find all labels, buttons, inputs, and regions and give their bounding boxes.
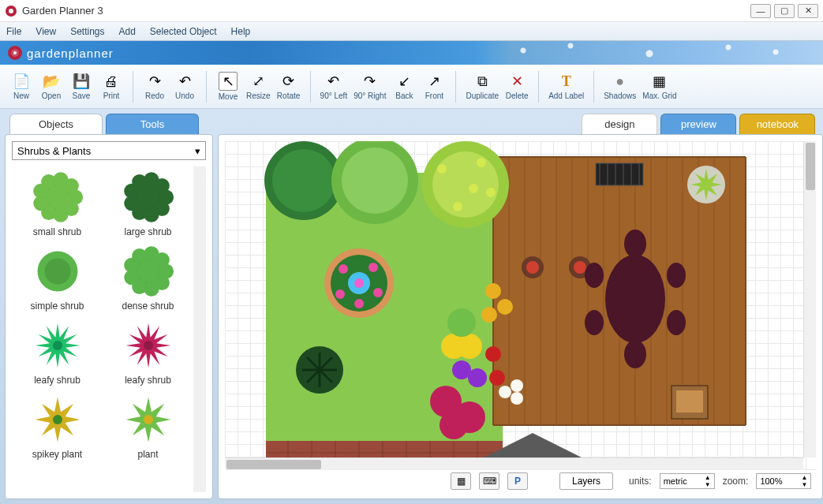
zoom-select[interactable]: 100%▲▼ — [756, 473, 811, 489]
toolbar-label: Duplicate — [466, 91, 499, 100]
tab-preview[interactable]: preview — [660, 114, 736, 134]
open-button[interactable]: 📂Open — [36, 68, 66, 106]
svg-point-115 — [440, 411, 468, 439]
object-leafy-shrub[interactable]: leafy shrub — [12, 315, 103, 389]
canvas-scrollbar-vertical[interactable] — [803, 141, 816, 457]
svg-point-38 — [137, 259, 160, 283]
layers-button[interactable]: Layers — [559, 472, 613, 490]
duplicate-button[interactable]: ⧉Duplicate — [462, 68, 502, 106]
units-select[interactable]: metric▲▼ — [660, 473, 715, 489]
svg-point-97 — [354, 299, 364, 308]
move-icon: ↖ — [219, 72, 238, 91]
resize-button[interactable]: ⤢Resize — [243, 68, 274, 106]
svg-point-118 — [511, 379, 523, 392]
toolbar-label: Delete — [506, 91, 529, 100]
90-left-button[interactable]: ↶90° Left — [317, 68, 351, 106]
maximize-button[interactable]: ▢ — [774, 4, 795, 18]
minimize-button[interactable]: — — [750, 4, 771, 18]
new-button[interactable]: 📄New — [6, 68, 36, 106]
addlabel-icon: T — [558, 73, 575, 90]
svg-point-25 — [137, 185, 160, 209]
properties-button[interactable]: P — [507, 472, 528, 490]
menu-view[interactable]: View — [36, 26, 56, 37]
svg-point-120 — [511, 392, 523, 405]
tab-objects[interactable]: Objects — [9, 114, 103, 134]
delete-button[interactable]: ✕Delete — [502, 68, 532, 106]
window-title: Garden Planner 3 — [22, 5, 750, 17]
svg-point-83 — [342, 147, 408, 214]
zoom-label: zoom: — [723, 476, 749, 487]
toolbar-label: Add Label — [548, 91, 584, 100]
svg-point-99 — [354, 278, 364, 288]
grid-toggle-button[interactable]: ▦ — [451, 472, 471, 490]
plant-icon — [121, 170, 176, 225]
chevron-down-icon: ▲▼ — [705, 474, 711, 488]
titlebar: Garden Planner 3 — ▢ ✕ — [0, 0, 823, 22]
tab-design[interactable]: design — [582, 114, 657, 134]
undo-icon: ↶ — [176, 73, 193, 90]
duplicate-icon: ⧉ — [473, 73, 491, 90]
move-button[interactable]: ↖Move — [213, 68, 243, 106]
toolbar-label: 90° Left — [320, 91, 348, 100]
category-select[interactable]: Shrubs & Plants ▾ — [12, 141, 206, 160]
chevron-down-icon: ▲▼ — [801, 474, 807, 488]
print-button[interactable]: 🖨Print — [96, 68, 126, 106]
object-label: large shrub — [124, 226, 171, 237]
svg-point-85 — [432, 151, 499, 218]
object-simple-shrub[interactable]: simple shrub — [12, 241, 103, 315]
svg-point-132 — [574, 261, 586, 274]
menu-help[interactable]: Help — [231, 26, 251, 37]
svg-point-44 — [53, 415, 62, 424]
object-plant[interactable]: plant — [103, 389, 193, 463]
add-label-button[interactable]: TAdd Label — [545, 68, 587, 106]
save-button[interactable]: 💾Save — [66, 68, 96, 106]
rotate-icon: ⟳ — [280, 73, 297, 90]
object-small-shrub[interactable]: small shrub — [12, 166, 103, 241]
rotright-icon: ↷ — [361, 73, 379, 90]
canvas-scrollbar-horizontal[interactable] — [225, 457, 803, 470]
90-right-button[interactable]: ↷90° Right — [350, 68, 389, 106]
back-button[interactable]: ↙Back — [389, 68, 419, 106]
plant-icon — [121, 244, 176, 299]
tab-notebook[interactable]: notebook — [739, 114, 815, 134]
svg-point-89 — [453, 202, 462, 211]
object-large-shrub[interactable]: large shrub — [103, 166, 193, 241]
brand-header: gardenplanner — [0, 41, 823, 65]
redo-button[interactable]: ↷Redo — [140, 68, 170, 106]
svg-point-95 — [373, 288, 383, 297]
menu-settings[interactable]: Settings — [70, 26, 104, 37]
tab-tools[interactable]: Tools — [106, 114, 199, 134]
svg-point-106 — [457, 334, 482, 359]
max-grid-button[interactable]: ▦Max. Grid — [639, 68, 679, 106]
close-button[interactable]: ✕ — [798, 4, 818, 18]
rotate-button[interactable]: ⟳Rotate — [274, 68, 304, 106]
save-icon: 💾 — [73, 73, 90, 90]
print-icon: 🖨 — [103, 73, 120, 90]
toolbar-label: Resize — [246, 91, 271, 100]
svg-rect-121 — [596, 163, 643, 185]
ruler-toggle-button[interactable]: ⌨ — [479, 472, 499, 490]
front-button[interactable]: ↗Front — [419, 68, 449, 106]
redo-icon: ↷ — [146, 73, 163, 90]
design-canvas[interactable] — [225, 141, 816, 470]
menu-selected-object[interactable]: Selected Object — [150, 26, 217, 37]
shadows-button[interactable]: ●Shadows — [600, 68, 639, 106]
svg-point-40 — [53, 341, 62, 350]
svg-point-137 — [585, 310, 604, 335]
undo-button[interactable]: ↶Undo — [170, 68, 200, 106]
svg-point-88 — [486, 188, 496, 197]
object-leafy-shrub[interactable]: leafy shrub — [103, 315, 193, 389]
menu-add[interactable]: Add — [119, 26, 136, 37]
toolbar-label: Undo — [175, 91, 194, 100]
svg-rect-141 — [676, 390, 703, 413]
resize-icon: ⤢ — [249, 73, 267, 90]
back-icon: ↙ — [395, 73, 413, 90]
object-dense-shrub[interactable]: dense shrub — [103, 241, 193, 315]
svg-point-110 — [481, 307, 497, 323]
svg-point-119 — [499, 386, 511, 398]
delete-icon: ✕ — [508, 73, 526, 90]
object-spikey-plant[interactable]: spikey plant — [12, 389, 103, 463]
menu-file[interactable]: File — [6, 26, 21, 37]
svg-point-130 — [526, 261, 539, 274]
object-label: simple shrub — [30, 301, 84, 312]
